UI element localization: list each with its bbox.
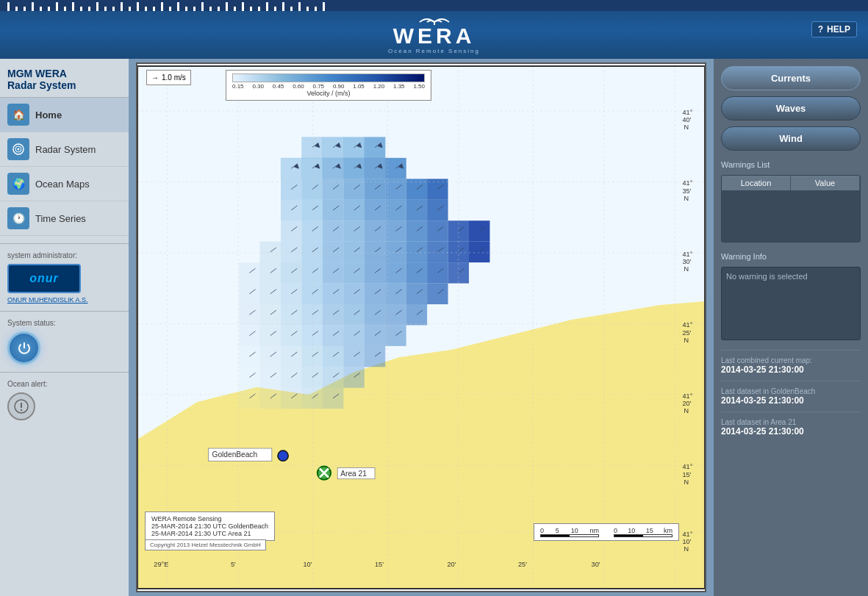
tick [7,2,10,11]
tick [112,7,115,11]
system-status-label: System status: [7,319,121,327]
home-label: Home [35,109,62,121]
svg-text:30': 30' [592,561,600,568]
svg-text:10': 10' [683,538,692,545]
svg-point-3 [18,148,20,151]
svg-text:41°: 41° [683,464,693,471]
warnings-body [722,190,860,242]
tick [24,7,26,11]
tick [234,7,236,11]
scale-bar-nm [540,534,599,537]
svg-text:35': 35' [683,187,692,195]
help-label: HELP [827,24,850,35]
brand-line1: MGM WERA [7,68,121,79]
sidebar-item-ocean-maps[interactable]: 🌍 Ocean Maps [0,167,129,201]
tick [315,7,317,11]
svg-text:GoldenBeach: GoldenBeach [212,450,257,459]
svg-rect-87 [260,325,281,345]
sidebar: MGM WERA Radar System 🏠 Home Radar Syste… [0,59,129,596]
alert-icon[interactable] [7,392,35,420]
svg-rect-62 [365,262,385,283]
tick [201,2,204,11]
warnings-col-location: Location [722,176,791,190]
waves-button[interactable]: Waves [721,96,861,121]
warning-icon [13,398,29,414]
svg-rect-107 [239,388,259,409]
sidebar-item-home[interactable]: 🏠 Home [0,98,129,132]
copyright-box: Copyright 2013 Helzel Messtechnik GmbH [145,539,266,550]
onur-text: onur [29,272,59,285]
svg-rect-84 [385,304,406,325]
svg-text:5': 5' [231,561,236,568]
svg-text:29°E: 29°E [154,561,168,568]
svg-rect-99 [343,346,364,367]
svg-rect-94 [239,346,259,367]
tick [250,7,252,11]
tick [72,2,74,11]
svg-rect-52 [406,242,427,262]
tick [169,7,171,11]
svg-rect-30 [343,200,364,220]
map-area: 41° 40' N 41° 35' N 41° 30' N 41° 25' N … [129,59,714,596]
svg-rect-69 [281,284,301,304]
brand-title: MGM WERA Radar System [0,59,129,98]
svg-text:41°: 41° [683,531,693,538]
ocean-alert-section: Ocean alert: [0,372,129,428]
power-button[interactable] [7,331,40,365]
svg-rect-71 [323,284,343,304]
scale-box: 0510nm 01015km [534,523,679,541]
tick [88,7,90,11]
svg-text:41°: 41° [683,392,693,400]
svg-rect-100 [365,346,385,367]
svg-text:30': 30' [683,258,692,265]
sidebar-item-time-series[interactable]: 🕐 Time Series [0,201,129,236]
svg-rect-23 [365,179,385,199]
svg-rect-61 [343,262,364,283]
svg-text:20': 20' [448,561,456,568]
admin-link[interactable]: ONUR MUHENDISLIK A.S. [7,296,121,304]
svg-text:40': 40' [683,116,692,123]
tick [193,7,196,11]
logo: WERA Ocean Remote Sensing [388,12,480,54]
svg-rect-92 [365,325,385,345]
nav-items: 🏠 Home Radar System 🌍 Ocean Maps 🕐 [0,98,129,236]
svg-rect-40 [385,220,406,241]
tick [137,2,139,11]
svg-rect-38 [343,220,364,241]
svg-rect-82 [343,304,364,325]
svg-rect-90 [323,325,343,345]
tick [274,7,276,11]
warnings-list-label: Warnings List [721,160,861,169]
svg-rect-74 [385,284,406,304]
tick [209,7,212,11]
svg-rect-73 [365,284,385,304]
svg-text:25': 25' [518,561,527,568]
svg-rect-88 [281,325,301,345]
help-button[interactable]: ? HELP [811,21,857,37]
power-icon [17,341,32,356]
clock-icon: 🕐 [7,207,29,229]
tick [218,7,220,11]
tick [153,7,155,11]
wind-button[interactable]: Wind [721,126,861,151]
svg-text:20': 20' [683,400,692,407]
currents-button[interactable]: Currents [721,66,861,90]
svg-point-6 [21,409,22,411]
warning-info-label: Warning Info [721,252,861,261]
tick-marks [0,0,868,11]
svg-text:N: N [684,545,689,553]
svg-rect-50 [365,242,385,262]
right-panel: Currents Waves Wind Warnings List Locati… [714,59,868,596]
svg-text:10': 10' [304,561,312,568]
tick [266,2,268,11]
svg-rect-39 [365,220,385,241]
onur-logo: onur [7,264,81,293]
tick [40,7,42,11]
svg-text:N: N [684,337,689,344]
tick [48,7,50,11]
info-line3: 25-MAR-2014 21:30 UTC Area 21 [151,530,268,537]
svg-text:15': 15' [683,471,692,478]
sidebar-item-radar-system[interactable]: Radar System [0,132,129,167]
tick [161,2,163,11]
svg-rect-83 [365,304,385,325]
